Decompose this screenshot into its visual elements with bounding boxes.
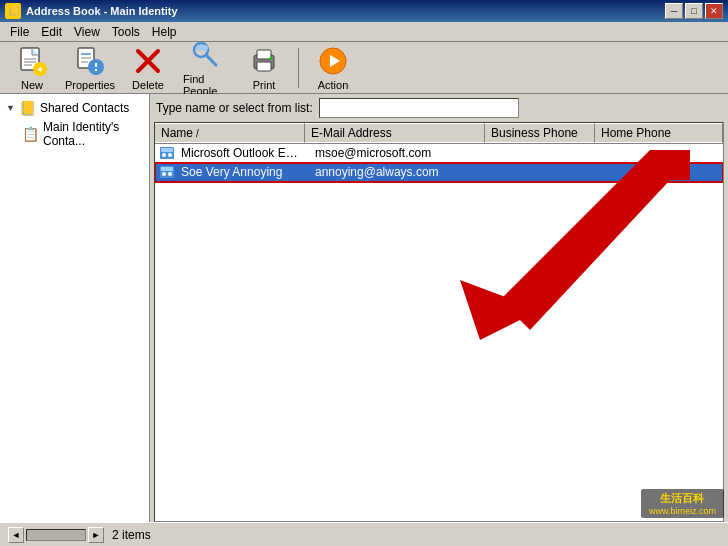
watermark-line1: 生活百科 [649,491,716,506]
list-header: Name / E-Mail Address Business Phone Hom… [155,123,723,144]
contact-row-2[interactable]: Soe Very Annoying annoying@always.com [155,163,723,182]
menu-edit[interactable]: Edit [35,24,68,40]
col-business-label: Business Phone [491,126,578,140]
watermark-line2: www.bimeiz.com [649,506,716,516]
col-home-label: Home Phone [601,126,671,140]
svg-rect-28 [161,148,173,152]
scroll-right-button[interactable]: ► [88,527,104,543]
main-identity-label: Main Identity's Conta... [43,120,143,148]
right-panel: Type name or select from list: Name / E-… [150,94,728,522]
app-icon: 📒 [5,3,21,19]
findpeople-label: Find People [183,73,229,97]
toolbar: ✦ New Properties [0,42,728,94]
col-header-home[interactable]: Home Phone [595,123,723,143]
search-label: Type name or select from list: [156,101,313,115]
contact-email-2: annoying@always.com [309,163,489,181]
contact-email-1: msoe@microsoft.com [309,144,489,162]
new-button[interactable]: ✦ New [6,42,58,94]
close-button[interactable]: ✕ [705,3,723,19]
col-email-label: E-Mail Address [311,126,392,140]
print-label: Print [253,79,276,91]
sidebar: ▼ 📒 Shared Contacts 📋 Main Identity's Co… [0,94,150,522]
col-name-label: Name [161,126,193,140]
properties-label: Properties [65,79,115,91]
svg-point-20 [202,45,208,51]
contact-name-1: Microsoft Outlook Expr... [175,144,309,162]
col-header-name[interactable]: Name / [155,123,305,143]
status-count: 2 items [112,528,151,542]
contact-name-2: Soe Very Annoying [175,163,309,181]
contact-home-2 [599,170,723,174]
svg-rect-32 [161,167,173,171]
menu-file[interactable]: File [4,24,35,40]
contact-business-2 [489,170,599,174]
svg-rect-23 [257,62,271,71]
title-bar-controls: ─ □ ✕ [665,3,723,19]
shared-icon: 📒 [19,100,36,116]
svg-point-33 [162,172,166,176]
findpeople-button[interactable]: Find People [180,36,232,100]
new-icon: ✦ [16,45,48,77]
search-input[interactable] [319,98,519,118]
sidebar-item-shared[interactable]: ▼ 📒 Shared Contacts [2,98,147,118]
new-label: New [21,79,43,91]
action-label: Action [318,79,349,91]
svg-point-19 [196,45,202,51]
properties-button[interactable]: Properties [64,42,116,94]
findpeople-icon [190,39,222,71]
menu-view[interactable]: View [68,24,106,40]
delete-label: Delete [132,79,164,91]
status-bar: ◄ ► 2 items [0,522,728,546]
action-icon [317,45,349,77]
action-button[interactable]: Action [307,42,359,94]
search-bar: Type name or select from list: [150,94,728,122]
delete-button[interactable]: Delete [122,42,174,94]
scroll-controls: ◄ ► [8,527,104,543]
print-button[interactable]: Print [238,42,290,94]
contact-icon-1 [159,145,175,161]
svg-point-30 [168,153,172,157]
sidebar-item-main[interactable]: 📋 Main Identity's Conta... [2,118,147,150]
svg-line-18 [207,56,216,65]
svg-point-24 [270,56,273,59]
title-bar: 📒 Address Book - Main Identity ─ □ ✕ [0,0,728,22]
svg-point-29 [162,153,166,157]
print-icon [248,45,280,77]
scroll-track [26,529,86,541]
svg-rect-22 [257,50,271,59]
contact-icon-2 [159,164,175,180]
col-header-email[interactable]: E-Mail Address [305,123,485,143]
restore-button[interactable]: □ [685,3,703,19]
col-header-business[interactable]: Business Phone [485,123,595,143]
col-sort-indicator: / [196,128,199,139]
svg-point-34 [168,172,172,176]
shared-label: Shared Contacts [40,101,129,115]
main-identity-icon: 📋 [22,126,39,142]
title-bar-left: 📒 Address Book - Main Identity [5,3,178,19]
contact-list: Name / E-Mail Address Business Phone Hom… [154,122,724,522]
menu-tools[interactable]: Tools [106,24,146,40]
properties-icon [74,45,106,77]
window-title: Address Book - Main Identity [26,5,178,17]
contact-business-1 [489,151,599,155]
menu-bar: File Edit View Tools Help [0,22,728,42]
contact-home-1 [599,151,723,155]
expand-icon-shared: ▼ [6,103,15,113]
main-content: ▼ 📒 Shared Contacts 📋 Main Identity's Co… [0,94,728,522]
contact-row-1[interactable]: Microsoft Outlook Expr... msoe@microsoft… [155,144,723,163]
scroll-left-button[interactable]: ◄ [8,527,24,543]
delete-icon [132,45,164,77]
menu-help[interactable]: Help [146,24,183,40]
watermark: 生活百科 www.bimeiz.com [641,489,724,518]
toolbar-separator [298,48,299,88]
svg-text:✦: ✦ [36,64,44,75]
minimize-button[interactable]: ─ [665,3,683,19]
